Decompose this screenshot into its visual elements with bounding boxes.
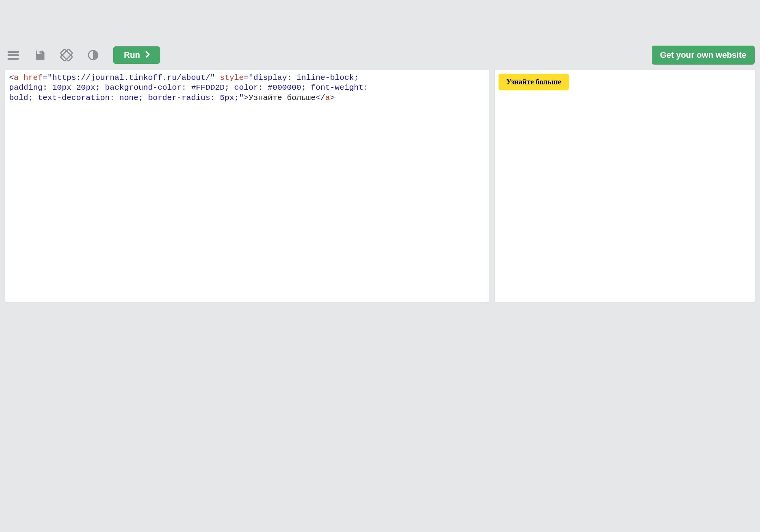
toolbar: Run Get your own website: [5, 46, 755, 70]
code-token: =: [244, 73, 249, 82]
code-token: </: [316, 93, 325, 102]
own-site-button-label: Get your own website: [660, 50, 746, 60]
svg-rect-0: [8, 51, 19, 53]
svg-rect-4: [40, 51, 41, 54]
code-token: a: [14, 73, 19, 82]
save-icon[interactable]: [33, 49, 46, 62]
code-editor[interactable]: <a href="https://journal.tinkoff.ru/abou…: [5, 70, 489, 302]
code-token: >: [244, 93, 249, 102]
preview-pane: Узнайте больше: [495, 70, 755, 302]
code-token: padding: 10px 20px; background-color: #F…: [9, 83, 373, 92]
panels: <a href="https://journal.tinkoff.ru/abou…: [5, 70, 755, 302]
code-token: "https://journal.tinkoff.ru/about/": [48, 73, 215, 82]
toolbar-left-group: Run: [7, 46, 160, 64]
svg-rect-3: [37, 51, 41, 54]
preview-button-label: Узнайте больше: [506, 78, 561, 86]
rotate-icon[interactable]: [60, 49, 73, 62]
code-token: style: [220, 73, 244, 82]
code-token: <: [9, 73, 14, 82]
run-button[interactable]: Run: [113, 46, 160, 64]
code-token: =: [43, 73, 48, 82]
menu-icon[interactable]: [7, 49, 20, 62]
code-token: a: [325, 93, 330, 102]
preview-button[interactable]: Узнайте больше: [499, 74, 569, 90]
get-your-own-website-button[interactable]: Get your own website: [652, 46, 755, 65]
code-token: href: [24, 73, 43, 82]
run-button-label: Run: [124, 50, 140, 60]
code-token: "display: inline-block;: [249, 73, 363, 82]
svg-rect-1: [8, 54, 19, 56]
svg-rect-2: [8, 58, 19, 60]
code-token: Узнайте больше: [249, 93, 315, 102]
code-token: >: [330, 93, 335, 102]
code-token: bold; text-decoration: none; border-radi…: [9, 93, 244, 102]
chevron-right-icon: [146, 51, 150, 59]
contrast-icon[interactable]: [87, 49, 100, 62]
